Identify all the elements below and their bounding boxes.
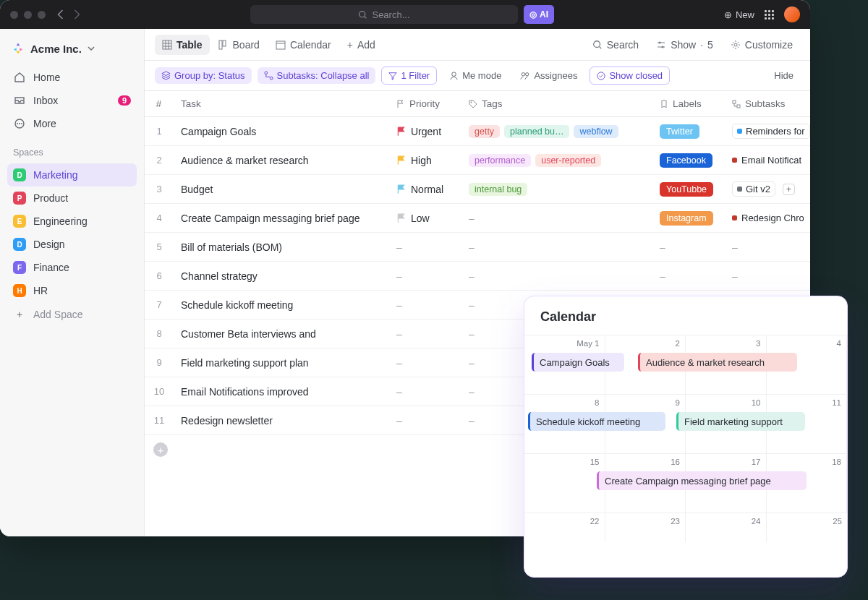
label-pill[interactable]: Facebook [660,153,712,168]
label-pill[interactable]: Instagram [660,211,713,226]
subtask-cell[interactable]: Git v2+ [725,181,810,197]
priority-cell[interactable]: – [389,328,461,340]
task-name[interactable]: Campaign Goals [174,126,389,137]
group-by-chip[interactable]: Group by: Status [155,67,252,84]
priority-cell[interactable]: – [389,386,461,398]
col-subtasks[interactable]: Subtasks [725,98,810,109]
task-name[interactable]: Budget [174,184,389,195]
col-labels[interactable]: Labels [652,98,725,109]
subtask-cell[interactable]: – [725,270,810,282]
tags-cell[interactable]: – [461,241,652,253]
subtask-link[interactable]: Reminders for [732,124,810,139]
task-name[interactable]: Field marketing support plan [174,357,389,369]
sidebar-space-hr[interactable]: HHR [7,279,137,302]
table-row[interactable]: 3BudgetNormalinternal bugYouTubbeGit v2+ [145,175,810,204]
calendar-day[interactable]: 23 [605,513,686,542]
sidebar-home[interactable]: Home [7,67,137,88]
task-name[interactable]: Schedule kickoff meeting [174,299,389,311]
label-cell[interactable]: Instagram [652,211,725,226]
subtask-link[interactable]: Git v2 [732,181,775,197]
apps-icon[interactable] [765,10,774,20]
priority-cell[interactable]: – [389,241,461,253]
task-name[interactable]: Email Notifications improved [174,386,389,398]
tab-calendar[interactable]: Calendar [268,35,339,55]
tab-board[interactable]: Board [211,35,267,55]
search-input[interactable]: Search... [250,5,518,24]
sidebar-space-product[interactable]: PProduct [7,187,137,210]
tab-table[interactable]: Table [155,35,210,55]
table-row[interactable]: 1Campaign GoalsUrgentgettyplanned bu…web… [145,117,810,146]
priority-cell[interactable]: High [389,155,461,166]
task-name[interactable]: Audience & market research [174,155,389,166]
table-row[interactable]: 6Channel strategy–––– [145,262,810,291]
tags-cell[interactable]: performanceuser-reported [461,154,652,167]
back-icon[interactable] [57,9,64,20]
calendar-event[interactable]: Field marketing support [676,412,805,431]
workspace-switcher[interactable]: Acme Inc. [7,39,137,65]
search-button[interactable]: Search [585,35,646,55]
subtask-cell[interactable]: – [725,241,810,253]
priority-cell[interactable]: – [389,357,461,369]
priority-cell[interactable]: – [389,415,461,427]
tag-pill[interactable]: internal bug [469,183,527,196]
subtask-cell[interactable]: Reminders for [725,124,810,139]
table-row[interactable]: 5Bill of materials (BOM)–––– [145,233,810,262]
sidebar-more[interactable]: More [7,113,137,134]
forward-icon[interactable] [74,9,80,20]
col-task[interactable]: Task [174,98,389,109]
col-number[interactable]: # [145,98,174,109]
sidebar-space-design[interactable]: DDesign [7,233,137,256]
calendar-day[interactable]: 25 [767,513,848,542]
label-cell[interactable]: – [652,241,725,253]
subtask-cell[interactable]: Redesign Chro [725,213,810,223]
priority-cell[interactable]: Low [389,213,461,224]
label-cell[interactable]: – [652,270,725,282]
ai-button[interactable]: ◎ AI [524,5,554,24]
calendar-day[interactable]: 15 [524,454,605,513]
tag-pill[interactable]: getty [469,125,500,138]
calendar-event[interactable]: Audience & market research [638,353,797,372]
tags-cell[interactable]: – [461,270,652,282]
task-name[interactable]: Create Campaign messaging brief page [174,213,389,224]
priority-cell[interactable]: Urgent [389,126,461,137]
table-row[interactable]: 4Create Campaign messaging brief pageLow… [145,204,810,233]
close-dot[interactable] [10,11,18,19]
task-name[interactable]: Customer Beta interviews and [174,328,389,340]
minimize-dot[interactable] [24,11,32,19]
col-tags[interactable]: Tags [461,98,652,109]
sidebar-space-engineering[interactable]: EEngineering [7,210,137,233]
subtask-cell[interactable]: Email Notificat [725,155,810,166]
calendar-day[interactable]: 22 [524,513,605,542]
show-button[interactable]: Show·5 [649,35,720,55]
table-row[interactable]: 2Audience & market researchHighperforman… [145,146,810,175]
col-priority[interactable]: Priority [389,98,461,109]
label-cell[interactable]: Facebook [652,153,725,168]
tags-cell[interactable]: – [461,213,652,224]
calendar-day[interactable]: 24 [686,513,767,542]
sidebar-space-finance[interactable]: FFinance [7,256,137,279]
new-button[interactable]: ⊕ New [724,9,754,20]
maximize-dot[interactable] [38,11,46,19]
priority-cell[interactable]: – [389,270,461,282]
priority-cell[interactable]: Normal [389,184,461,195]
tag-pill[interactable]: performance [469,154,531,167]
sidebar-space-marketing[interactable]: DMarketing [7,163,137,187]
task-name[interactable]: Bill of materials (BOM) [174,241,389,253]
calendar-event[interactable]: Create Campaign messaging brief page [597,471,807,490]
hide-button[interactable]: Hide [767,67,800,84]
customize-button[interactable]: Customize [723,35,800,55]
task-name[interactable]: Redesign newsletter [174,415,389,427]
tag-pill[interactable]: user-reported [535,154,601,167]
assignees-chip[interactable]: Assignees [514,67,584,84]
priority-cell[interactable]: – [389,299,461,311]
avatar[interactable] [784,7,800,22]
add-space-button[interactable]: + Add Space [7,304,137,325]
label-pill[interactable]: Twitter [660,124,699,139]
subtasks-chip[interactable]: Subtasks: Collapse all [258,67,376,84]
label-pill[interactable]: YouTubbe [660,182,713,197]
label-cell[interactable]: Twitter [652,124,725,139]
sidebar-inbox[interactable]: Inbox 9 [7,90,137,111]
tags-cell[interactable]: internal bug [461,183,652,196]
tag-pill[interactable]: planned bu… [504,125,569,138]
tab-add[interactable]: + Add [340,35,383,55]
